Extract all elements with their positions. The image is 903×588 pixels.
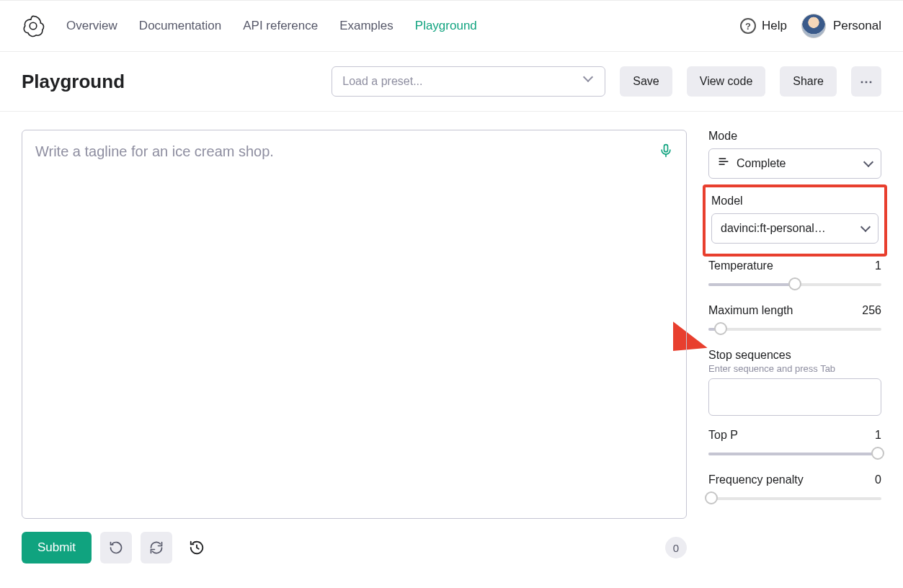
preset-select[interactable]: Load a preset... bbox=[332, 66, 605, 97]
nav-api-reference[interactable]: API reference bbox=[243, 19, 318, 33]
nav-playground[interactable]: Playground bbox=[415, 19, 477, 33]
chevron-down-icon bbox=[862, 226, 869, 231]
chevron-down-icon bbox=[865, 161, 872, 166]
save-button[interactable]: Save bbox=[620, 66, 672, 97]
stop-input[interactable] bbox=[708, 378, 881, 416]
freq-value: 0 bbox=[875, 473, 881, 486]
account-label: Personal bbox=[833, 19, 881, 33]
regenerate-button[interactable] bbox=[141, 532, 172, 564]
prompt-textarea[interactable] bbox=[35, 143, 673, 505]
account-menu[interactable]: Personal bbox=[801, 14, 881, 38]
maxlen-slider[interactable] bbox=[708, 321, 881, 336]
temperature-value: 1 bbox=[875, 259, 881, 272]
more-button[interactable]: ⋯ bbox=[851, 66, 881, 97]
chevron-down-icon bbox=[584, 76, 595, 86]
page-title: Playground bbox=[22, 71, 125, 93]
svg-rect-7 bbox=[719, 164, 725, 165]
microphone-icon[interactable] bbox=[659, 143, 673, 158]
editor-actions: Submit 0 bbox=[22, 532, 687, 564]
submit-button[interactable]: Submit bbox=[22, 532, 92, 564]
svg-rect-3 bbox=[664, 145, 668, 152]
freq-slider[interactable] bbox=[708, 491, 881, 505]
freq-label: Frequency penalty bbox=[708, 473, 804, 486]
nav-examples[interactable]: Examples bbox=[339, 19, 393, 33]
topp-label: Top P bbox=[708, 429, 738, 442]
model-select[interactable]: davinci:ft-personal… bbox=[711, 213, 878, 244]
main-area: Submit 0 Mode bbox=[0, 112, 903, 585]
svg-rect-6 bbox=[719, 161, 729, 162]
svg-rect-5 bbox=[719, 158, 726, 159]
topp-slider[interactable] bbox=[708, 446, 881, 460]
top-nav: Overview Documentation API reference Exa… bbox=[0, 0, 903, 52]
nav-documentation[interactable]: Documentation bbox=[139, 19, 221, 33]
temperature-label: Temperature bbox=[708, 259, 773, 272]
mode-label: Mode bbox=[708, 130, 881, 143]
page-header: Playground Load a preset... Save View co… bbox=[0, 52, 903, 112]
model-label: Model bbox=[711, 195, 878, 208]
mode-icon bbox=[718, 156, 729, 171]
undo-button[interactable] bbox=[100, 532, 132, 564]
mode-value: Complete bbox=[737, 157, 786, 170]
mode-select[interactable]: Complete bbox=[708, 148, 881, 179]
share-button[interactable]: Share bbox=[780, 66, 837, 97]
help-icon: ? bbox=[740, 18, 756, 34]
token-count: 0 bbox=[665, 537, 687, 558]
svg-point-0 bbox=[30, 22, 37, 30]
history-icon bbox=[189, 540, 205, 556]
temperature-slider[interactable] bbox=[708, 277, 881, 291]
prompt-editor[interactable] bbox=[22, 130, 687, 519]
history-button[interactable] bbox=[181, 532, 213, 564]
settings-sidebar: Mode Complete Model davinci:ft-personal…… bbox=[708, 130, 881, 505]
stop-hint: Enter sequence and press Tab bbox=[708, 363, 881, 374]
nav-overview[interactable]: Overview bbox=[66, 19, 117, 33]
topp-value: 1 bbox=[875, 429, 881, 442]
preset-placeholder: Load a preset... bbox=[342, 75, 422, 88]
maxlen-value: 256 bbox=[862, 304, 881, 317]
refresh-icon bbox=[149, 540, 164, 555]
more-icon: ⋯ bbox=[860, 74, 873, 89]
maxlen-label: Maximum length bbox=[708, 304, 793, 317]
model-value: davinci:ft-personal… bbox=[721, 222, 826, 235]
stop-label: Stop sequences bbox=[708, 349, 881, 362]
openai-logo[interactable] bbox=[22, 14, 45, 37]
undo-icon bbox=[109, 540, 123, 555]
avatar bbox=[801, 14, 826, 38]
model-highlight-box: Model davinci:ft-personal… bbox=[703, 184, 887, 257]
primary-nav: Overview Documentation API reference Exa… bbox=[66, 19, 477, 33]
view-code-button[interactable]: View code bbox=[687, 66, 766, 97]
help-link[interactable]: ? Help bbox=[740, 18, 787, 34]
help-label: Help bbox=[762, 19, 787, 33]
